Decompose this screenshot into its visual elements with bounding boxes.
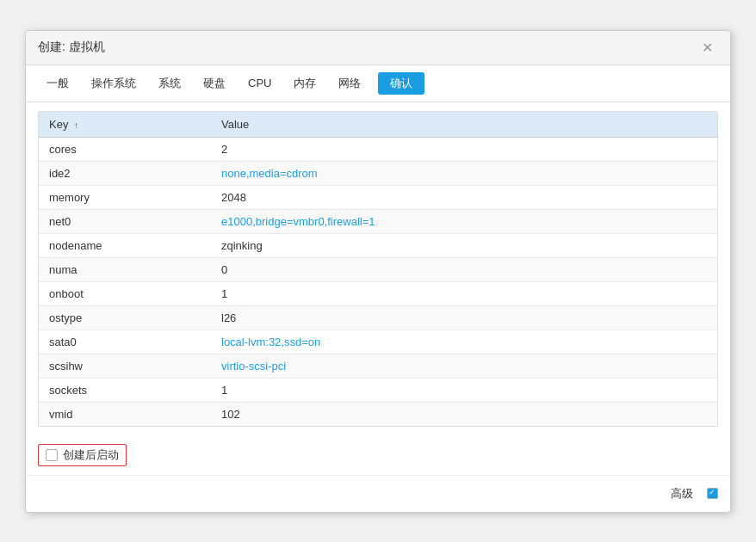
row-key: ide2 bbox=[39, 161, 211, 185]
table-row: ostypel26 bbox=[39, 305, 717, 330]
tab-memory[interactable]: 内存 bbox=[285, 72, 325, 95]
tab-confirm[interactable]: 确认 bbox=[378, 72, 424, 95]
row-key: net0 bbox=[39, 209, 211, 233]
main-content: Key ↑ Value cores2ide2none,media=cdromme… bbox=[26, 102, 730, 435]
tab-general[interactable]: 一般 bbox=[38, 72, 77, 95]
dialog-titlebar: 创建: 虚拟机 ✕ bbox=[26, 31, 730, 65]
col-header-key: Key ↑ bbox=[39, 112, 211, 138]
table-row: vmid102 bbox=[39, 402, 717, 426]
row-value: zqinking bbox=[211, 233, 717, 257]
row-key: ostype bbox=[39, 305, 211, 330]
table-row: sockets1 bbox=[39, 378, 717, 402]
table-row: scsihwvirtio-scsi-pci bbox=[39, 354, 717, 378]
row-value: 1 bbox=[211, 378, 717, 402]
tab-disk[interactable]: 硬盘 bbox=[195, 72, 234, 95]
row-value: l26 bbox=[211, 305, 717, 330]
table-row: net0e1000,bridge=vmbr0,firewall=1 bbox=[39, 209, 717, 233]
row-key: scsihw bbox=[39, 354, 211, 378]
row-key: vmid bbox=[39, 402, 211, 426]
row-value: 102 bbox=[211, 402, 717, 426]
row-key: nodename bbox=[39, 233, 211, 257]
table-row: numa0 bbox=[39, 257, 717, 281]
sort-icon[interactable]: ↑ bbox=[74, 120, 78, 130]
row-key: cores bbox=[39, 137, 211, 161]
col-header-value: Value bbox=[211, 112, 717, 138]
row-value: 2 bbox=[211, 137, 717, 161]
table-row: nodenamezqinking bbox=[39, 233, 717, 257]
table-row: memory2048 bbox=[39, 185, 717, 209]
row-value: 1 bbox=[211, 281, 717, 305]
row-value: e1000,bridge=vmbr0,firewall=1 bbox=[211, 209, 717, 233]
row-key: sata0 bbox=[39, 330, 211, 354]
bottom-bar: 高级 bbox=[26, 475, 730, 512]
table-row: ide2none,media=cdrom bbox=[39, 161, 717, 185]
row-value: 0 bbox=[211, 257, 717, 281]
table-row: cores2 bbox=[39, 137, 717, 161]
advanced-button[interactable]: 高级 bbox=[664, 483, 700, 505]
tab-bar: 一般 操作系统 系统 硬盘 CPU 内存 网络 确认 bbox=[26, 65, 730, 102]
row-key: numa bbox=[39, 257, 211, 281]
row-value: 2048 bbox=[211, 185, 717, 209]
table-row: onboot1 bbox=[39, 281, 717, 305]
footer-area: 创建后启动 bbox=[26, 435, 730, 475]
tab-system[interactable]: 系统 bbox=[150, 72, 189, 95]
config-table: Key ↑ Value cores2ide2none,media=cdromme… bbox=[39, 112, 717, 426]
row-key: sockets bbox=[39, 378, 211, 402]
advanced-checkbox[interactable] bbox=[707, 488, 718, 499]
tab-network[interactable]: 网络 bbox=[330, 72, 369, 95]
row-key: onboot bbox=[39, 281, 211, 305]
autostart-label: 创建后启动 bbox=[63, 447, 119, 463]
table-row: sata0local-lvm:32,ssd=on bbox=[39, 330, 717, 354]
dialog-title: 创建: 虚拟机 bbox=[38, 40, 105, 55]
row-key: memory bbox=[39, 185, 211, 209]
tab-os[interactable]: 操作系统 bbox=[83, 72, 145, 95]
close-button[interactable]: ✕ bbox=[697, 38, 718, 58]
autostart-checkbox[interactable] bbox=[46, 449, 58, 461]
row-value: virtio-scsi-pci bbox=[211, 354, 717, 378]
row-value: none,media=cdrom bbox=[211, 161, 717, 185]
config-table-container: Key ↑ Value cores2ide2none,media=cdromme… bbox=[38, 111, 718, 427]
tab-cpu[interactable]: CPU bbox=[239, 73, 280, 93]
row-value: local-lvm:32,ssd=on bbox=[211, 330, 717, 354]
autostart-checkbox-container[interactable]: 创建后启动 bbox=[38, 444, 127, 466]
